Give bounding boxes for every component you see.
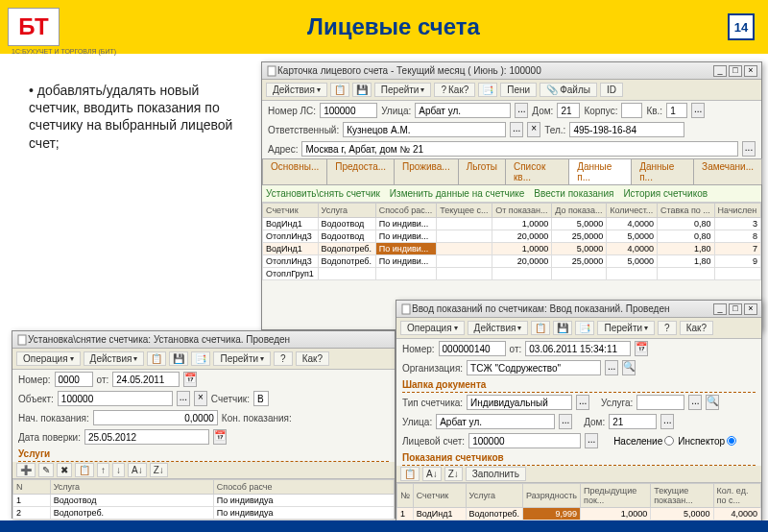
select-button[interactable]: ... (605, 360, 618, 375)
sort-za-icon[interactable]: Z↓ (150, 463, 168, 477)
tool-icon[interactable]: 📋 (75, 463, 94, 477)
select-button[interactable]: ... (660, 414, 674, 429)
inspector-radio[interactable]: Инспектор (678, 436, 736, 447)
select-button[interactable]: ... (742, 141, 756, 157)
col-header[interactable]: Разрядность (522, 484, 580, 508)
tip-input[interactable] (467, 395, 572, 410)
nomer-input[interactable] (55, 372, 93, 387)
how-button[interactable]: Как? (296, 351, 329, 366)
col-header[interactable]: Текущие показан... (651, 484, 713, 508)
select-button[interactable]: ... (515, 103, 528, 118)
goto-menu[interactable]: Перейти (213, 351, 271, 366)
tool-icon[interactable]: 📑 (191, 351, 210, 366)
sort-za-icon[interactable]: Z↓ (444, 467, 463, 481)
col-header[interactable]: Способ рас... (375, 204, 436, 218)
tool-icon-2[interactable]: 💾 (352, 83, 372, 97)
table-row[interactable]: 1ВодоотводПо индивидуа (13, 495, 395, 507)
col-header[interactable]: Начислен (714, 204, 760, 218)
meters-table[interactable]: СчетчикУслугаСпособ рас...Текущее с...От… (262, 203, 761, 280)
minimize-button[interactable]: _ (713, 65, 727, 77)
services-table[interactable]: NУслугаСпособ расче 1ВодоотводПо индивид… (12, 479, 395, 520)
col-header[interactable]: Текущее с... (437, 204, 492, 218)
fill-button[interactable]: Заполнить (466, 467, 526, 481)
ls-input[interactable] (468, 433, 581, 448)
col-header[interactable]: Предыдущие пок... (581, 484, 651, 508)
search-button[interactable]: 🔍 (706, 395, 719, 410)
sort-az-icon[interactable]: A↓ (128, 463, 147, 477)
tool-icon[interactable]: 📋 (147, 351, 166, 366)
ul-input[interactable] (436, 414, 555, 429)
peni-button[interactable]: Пени (500, 83, 537, 97)
data-input[interactable] (84, 429, 209, 445)
nomer-input[interactable] (439, 341, 506, 356)
select-button[interactable]: ... (510, 122, 523, 137)
window-titlebar[interactable]: Установка\снятие счетчика: Установка сче… (12, 331, 395, 349)
operation-menu[interactable]: Операция (400, 321, 465, 335)
actions-menu[interactable]: Действия (84, 351, 145, 366)
table-row[interactable]: ОтоплИнд3ВодоотводПо индиви...20,000025,… (263, 230, 761, 243)
table-row[interactable]: 1ВодИнд1Водопотреб.9,9991,00005,00004,00… (397, 508, 761, 520)
date-input[interactable] (525, 341, 631, 356)
dom-input[interactable] (609, 414, 657, 429)
tool-icon[interactable]: 📋 (531, 321, 550, 335)
close-button[interactable]: × (744, 65, 757, 77)
col-header[interactable]: N (13, 480, 51, 495)
subtab-link[interactable]: Установить\снять счетчик (266, 188, 380, 199)
how-button[interactable]: Как? (680, 321, 713, 335)
down-icon[interactable]: ↓ (112, 463, 125, 477)
col-header[interactable]: Услуга (50, 480, 213, 495)
tab[interactable]: Данные п... (568, 158, 632, 184)
tab[interactable]: Предоста... (326, 158, 395, 184)
select-button[interactable]: ... (177, 391, 190, 406)
col-header[interactable]: Ставка по ... (657, 204, 714, 218)
id-button[interactable]: ID (600, 83, 623, 97)
maximize-button[interactable]: □ (729, 65, 742, 77)
minimize-button[interactable]: _ (713, 303, 727, 315)
calendar-button[interactable]: 📅 (635, 341, 648, 356)
sch-input[interactable] (253, 391, 269, 406)
tab[interactable]: Замечани... (693, 158, 762, 184)
nach-input[interactable] (93, 410, 218, 425)
col-header[interactable]: От показан... (492, 204, 552, 218)
files-button[interactable]: 📎 Файлы (540, 83, 597, 97)
window-titlebar[interactable]: Карточка лицевого счета - Текущий месяц … (262, 62, 761, 80)
tel-input[interactable] (569, 122, 684, 137)
operation-menu[interactable]: Операция (16, 351, 81, 366)
population-radio[interactable]: Население (613, 436, 674, 447)
tool-icon[interactable]: 💾 (169, 351, 188, 366)
select-button[interactable]: ... (688, 395, 702, 410)
tool-icon-1[interactable]: 📋 (330, 83, 349, 97)
tool-icon-3[interactable]: 📑 (478, 83, 497, 97)
calendar-button[interactable]: 📅 (213, 429, 227, 445)
delete-icon[interactable]: ✖ (57, 463, 72, 477)
tool-icon[interactable]: 💾 (553, 321, 572, 335)
nomer-input[interactable] (320, 103, 377, 118)
select-button[interactable]: ... (559, 414, 572, 429)
tab[interactable]: Список кв... (505, 158, 569, 184)
tab[interactable]: Основны... (262, 158, 327, 184)
subtab-link[interactable]: История счетчиков (623, 188, 708, 199)
tool-icon[interactable]: 📑 (575, 321, 594, 335)
org-input[interactable] (467, 360, 601, 375)
actions-menu[interactable]: Действия (266, 83, 327, 97)
maximize-button[interactable]: □ (729, 303, 742, 315)
table-row[interactable]: ОтоплГруп1 (263, 268, 761, 280)
tab[interactable]: Прожива... (394, 158, 459, 184)
help-button[interactable]: ? (658, 321, 677, 335)
col-header[interactable]: Счетчик (263, 204, 319, 218)
tab[interactable]: Данные п... (631, 158, 694, 184)
col-header[interactable]: Услуга (318, 204, 375, 218)
dom-input[interactable] (557, 103, 580, 118)
close-button[interactable]: × (744, 303, 757, 315)
goto-menu[interactable]: Перейти (597, 321, 655, 335)
col-header[interactable]: Способ расче (213, 480, 394, 495)
kv-input[interactable] (666, 103, 687, 118)
tab[interactable]: Льготы (458, 158, 506, 184)
table-row[interactable]: ВодИнд1ВодоотводПо индиви...1,00005,0000… (263, 218, 761, 230)
date-input[interactable] (112, 372, 180, 387)
calendar-button[interactable]: 📅 (183, 372, 197, 387)
select-button[interactable]: ... (576, 395, 589, 410)
sort-az-icon[interactable]: A↓ (422, 467, 442, 481)
edit-icon[interactable]: ✎ (38, 463, 54, 477)
add-icon[interactable]: ➕ (16, 463, 36, 477)
